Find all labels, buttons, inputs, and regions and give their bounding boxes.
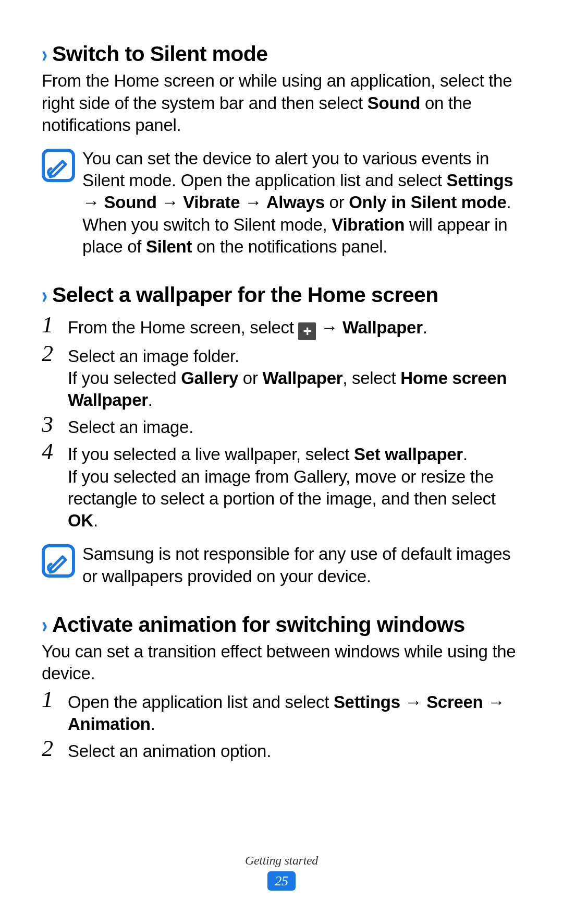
note-wallpaper-text: Samsung is not responsible for any use o… [82, 543, 521, 587]
step-text: Select an animation option. [68, 737, 521, 762]
step-number: 4 [42, 440, 59, 463]
step-number: 3 [42, 413, 59, 436]
page-number-badge: 25 [267, 871, 295, 891]
step-number: 2 [42, 342, 59, 365]
wallpaper-steps: 1From the Home screen, select + → Wallpa… [42, 314, 521, 532]
step-text: If you selected a live wallpaper, select… [68, 440, 521, 532]
heading-silent-mode: ›Switch to Silent mode [42, 40, 521, 69]
step-item: 2Select an image folder.If you selected … [42, 342, 521, 412]
heading-text: Select a wallpaper for the Home screen [52, 283, 438, 307]
step-item: 1From the Home screen, select + → Wallpa… [42, 314, 521, 340]
pencil-note-icon [45, 152, 72, 179]
footer-section-label: Getting started [0, 853, 563, 869]
chevron-icon: › [42, 281, 47, 310]
heading-text: Activate animation for switching windows [52, 613, 465, 637]
heading-text: Switch to Silent mode [52, 42, 267, 66]
step-text: From the Home screen, select + → Wallpap… [68, 314, 521, 340]
note-icon [42, 149, 75, 182]
animation-intro: You can set a transition effect between … [42, 641, 521, 685]
note-silent: You can set the device to alert you to v… [42, 148, 521, 258]
animation-steps: 1Open the application list and select Se… [42, 688, 521, 763]
note-silent-text: You can set the device to alert you to v… [82, 148, 521, 258]
step-text: Open the application list and select Set… [68, 688, 521, 735]
page-footer: Getting started 25 [0, 853, 563, 891]
note-icon [42, 544, 75, 578]
chevron-icon: › [42, 40, 47, 69]
note-wallpaper: Samsung is not responsible for any use o… [42, 543, 521, 587]
plus-icon: + [298, 322, 316, 340]
step-number: 2 [42, 737, 59, 760]
silent-intro: From the Home screen or while using an a… [42, 70, 521, 136]
step-item: 3Select an image. [42, 413, 521, 438]
step-item: 2Select an animation option. [42, 737, 521, 762]
step-item: 1Open the application list and select Se… [42, 688, 521, 735]
step-text: Select an image. [68, 413, 521, 438]
step-number: 1 [42, 314, 59, 337]
heading-wallpaper: ›Select a wallpaper for the Home screen [42, 281, 521, 310]
chevron-icon: › [42, 610, 47, 640]
heading-animation: ›Activate animation for switching window… [42, 610, 521, 640]
step-item: 4If you selected a live wallpaper, selec… [42, 440, 521, 532]
step-text: Select an image folder.If you selected G… [68, 342, 521, 412]
step-number: 1 [42, 688, 59, 711]
pencil-note-icon [45, 547, 72, 574]
